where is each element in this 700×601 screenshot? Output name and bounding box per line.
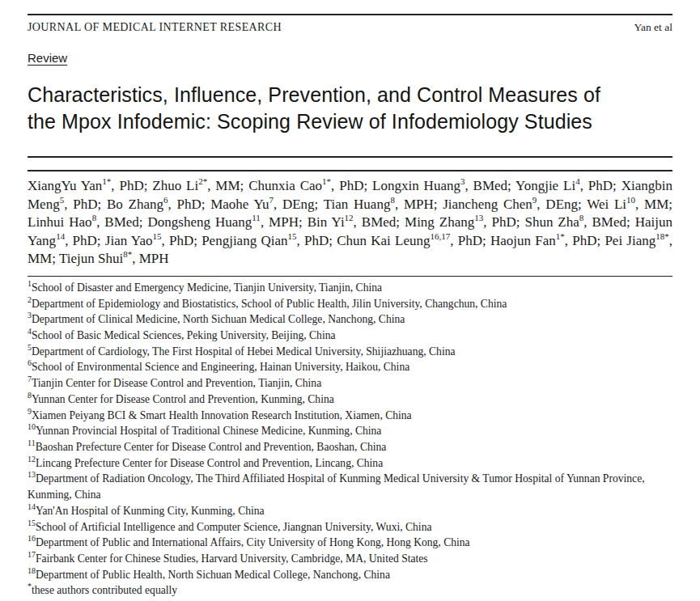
equal-contribution-note: *these authors contributed equally	[28, 582, 672, 599]
title-divider-rule-top	[28, 156, 672, 158]
header-top-rule	[28, 14, 672, 15]
affiliation-item: 13Department of Radiation Oncology, The …	[28, 471, 672, 502]
affiliation-item: 17Fairbank Center for Chinese Studies, H…	[28, 551, 672, 567]
affiliation-item: 18Department of Public Health, North Sic…	[28, 567, 672, 583]
affiliation-item: 10Yunnan Provincial Hospital of Traditio…	[28, 423, 672, 439]
author: Zhuo Li2*, MM;	[152, 178, 248, 193]
author: XiangYu Yan1*, PhD;	[28, 178, 152, 193]
affiliation-item: 4School of Basic Medical Sciences, Pekin…	[28, 328, 672, 344]
article-title-line-1: Characteristics, Influence, Prevention, …	[28, 82, 672, 108]
author: Linhui Hao8, BMed;	[28, 214, 148, 230]
author: Ming Zhang13, PhD;	[405, 214, 524, 230]
author: Chunxia Cao1*, PhD;	[248, 178, 372, 193]
page-header: JOURNAL OF MEDICAL INTERNET RESEARCH Yan…	[28, 21, 672, 34]
affiliation-item: 15School of Artificial Intelligence and …	[28, 519, 672, 535]
author: Maohe Yu7, DEng;	[210, 197, 324, 212]
affiliation-item: 5Department of Cardiology, The First Hos…	[28, 344, 672, 360]
affiliation-item: 14Yan'An Hospital of Kunming City, Kunmi…	[28, 503, 672, 519]
author: Longxin Huang3, BMed;	[372, 178, 515, 193]
author-list: XiangYu Yan1*, PhD; Zhuo Li2*, MM; Chunx…	[28, 177, 672, 269]
author: Tian Huang8, MPH;	[324, 197, 443, 212]
author: Wei Li10, MM;	[587, 197, 672, 212]
author: Jian Yao15, PhD;	[105, 233, 202, 248]
authors-affiliations-divider	[28, 276, 672, 277]
author: Yongjie Li4, PhD;	[515, 178, 622, 193]
affiliation-item: 12Lincang Prefecture Center for Disease …	[28, 455, 672, 472]
title-divider-rule-bottom	[28, 170, 672, 171]
paper-page: JOURNAL OF MEDICAL INTERNET RESEARCH Yan…	[0, 14, 700, 599]
journal-name: JOURNAL OF MEDICAL INTERNET RESEARCH	[28, 21, 282, 34]
author: Tiejun Shui8*, MPH	[59, 251, 169, 266]
author: Haojun Fan1*, PhD;	[490, 233, 605, 248]
affiliation-item: 7Tianjin Center for Disease Control and …	[28, 375, 672, 391]
article-title: Characteristics, Influence, Prevention, …	[28, 82, 672, 135]
author: Chun Kai Leung16,17, PhD;	[337, 233, 490, 248]
author: Bo Zhang6, PhD;	[107, 197, 210, 212]
affiliation-item: 2Department of Epidemiology and Biostati…	[28, 296, 672, 312]
affiliation-item: 1School of Disaster and Emergency Medici…	[28, 280, 672, 296]
article-type-label: Review	[28, 51, 672, 65]
running-head-authors: Yan et al	[634, 21, 672, 34]
affiliation-item: 6School of Environmental Science and Eng…	[28, 359, 672, 375]
author: Pengjiang Qian15, PhD;	[202, 233, 337, 248]
affiliation-item: 3Department of Clinical Medicine, North …	[28, 311, 672, 328]
affiliation-item: 16Department of Public and International…	[28, 535, 672, 551]
author: Shun Zha8, BMed;	[524, 214, 634, 230]
affiliation-item: 11Baoshan Prefecture Center for Disease …	[28, 439, 672, 455]
affiliation-item: 9Xiamen Peiyang BCI & Smart Health Innov…	[28, 408, 672, 424]
affiliation-list: 1School of Disaster and Emergency Medici…	[28, 280, 672, 582]
author: Bin Yi12, BMed;	[308, 214, 405, 230]
article-title-line-2: the Mpox Infodemic: Scoping Review of In…	[28, 108, 672, 135]
author: Jiancheng Chen9, DEng;	[443, 197, 587, 212]
affiliation-item: 8Yunnan Center for Disease Control and P…	[28, 391, 672, 408]
author: Dongsheng Huang11, MPH;	[148, 214, 308, 230]
